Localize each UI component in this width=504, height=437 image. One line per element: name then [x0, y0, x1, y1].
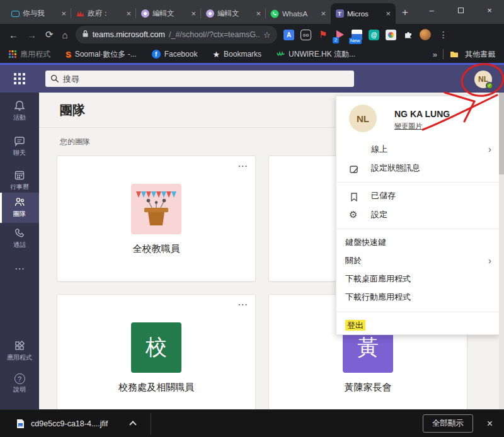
- download-item[interactable]: cd9e5cc9-ca18-4....jfif: [16, 419, 135, 429]
- menu-avatar: NL: [349, 105, 377, 132]
- divider: [443, 49, 444, 59]
- sidebar-more-icon[interactable]: ⋯: [0, 263, 39, 275]
- sidebar-item-calendar[interactable]: 行事曆: [0, 169, 39, 191]
- show-all-button[interactable]: 全部顯示: [423, 414, 473, 433]
- sidebar-item-apps[interactable]: 應用程式: [0, 339, 39, 362]
- teams-top-bar: NL ✓: [0, 65, 504, 93]
- browser-tab-edit-doc-1[interactable]: 編輯文 ×: [136, 3, 201, 24]
- sidebar-item-help[interactable]: ? 說明: [0, 373, 39, 394]
- minimize-button[interactable]: –: [417, 0, 446, 20]
- download-bar-close-icon[interactable]: ×: [487, 418, 493, 429]
- puzzle-extensions-icon[interactable]: [403, 29, 414, 40]
- chevron-up-icon[interactable]: [130, 421, 137, 428]
- bookmark-apps[interactable]: 應用程式: [9, 49, 50, 60]
- tab-title: Micros: [347, 10, 382, 18]
- profile-avatar[interactable]: NL ✓: [474, 71, 492, 88]
- forward-icon[interactable]: →: [27, 30, 37, 40]
- back-icon[interactable]: ←: [9, 30, 18, 40]
- home-icon[interactable]: ⌂: [62, 30, 68, 40]
- chat-icon: [13, 135, 26, 147]
- tab-close-icon[interactable]: ×: [255, 9, 261, 18]
- arrow-extension-icon[interactable]: 2: [335, 29, 346, 40]
- menu-item-shortcuts[interactable]: 鍵盤快速鍵: [336, 234, 499, 251]
- tab-title: 編輯文: [152, 9, 187, 18]
- menu-item-about[interactable]: 關於 ›: [336, 252, 499, 270]
- chrome-profile-avatar[interactable]: [420, 29, 431, 40]
- sidebar-item-teams[interactable]: 團隊: [0, 196, 39, 219]
- menu-item-settings[interactable]: ⚙ 設定: [336, 206, 499, 224]
- menu-item-sign-out[interactable]: 登出: [336, 317, 499, 334]
- soomal-icon: S: [66, 50, 71, 59]
- window-close-button[interactable]: ×: [475, 0, 504, 20]
- browser-toolbar: ← → ⟳ ⌂ teams.microsoft.com /_#/school//…: [0, 24, 504, 45]
- card-more-icon[interactable]: ⋯: [238, 298, 248, 310]
- maximize-icon: [458, 8, 464, 13]
- chrome-menu-icon[interactable]: ⋮: [439, 30, 448, 40]
- menu-item-set-status[interactable]: 設定狀態訊息: [336, 159, 499, 177]
- sidebar-item-activity[interactable]: 活動: [0, 99, 39, 122]
- bookmark-bookmarks[interactable]: ★ Bookmarks: [212, 50, 261, 59]
- team-card-name: 黃陳家長會: [269, 382, 467, 394]
- browser-tab-gov[interactable]: 政府： ×: [71, 3, 136, 24]
- bookmark-label: Facebook: [164, 50, 198, 59]
- menu-item-download-mobile[interactable]: 下載行動應用程式: [336, 288, 499, 306]
- flag-extension-icon[interactable]: ⚑: [318, 29, 329, 40]
- browser-tab-bilibili[interactable]: 你与我 ×: [6, 3, 71, 24]
- browser-tab-edit-doc-2[interactable]: 編輯文 ×: [201, 3, 266, 24]
- divider: [151, 413, 151, 434]
- tab-close-icon[interactable]: ×: [320, 9, 326, 18]
- gear-icon: ⚙: [349, 210, 357, 220]
- phone-icon: [13, 227, 26, 239]
- bookmark-label: UNWIRE.HK 流動...: [289, 49, 355, 60]
- teams-search-box[interactable]: [45, 71, 354, 87]
- wave-extension-icon[interactable]: New: [352, 29, 363, 40]
- browser-tab-whatsapp[interactable]: WhatsA ×: [266, 3, 331, 24]
- bookmark-facebook[interactable]: f Facebook: [152, 50, 198, 59]
- sidebar-item-chat[interactable]: 聊天: [0, 135, 39, 157]
- teams-rail: 活動 聊天 行事曆 團隊 通話 ⋯ 應用程式 ? 說明: [0, 93, 39, 409]
- presence-check-icon: ✓: [486, 82, 493, 89]
- tab-strip: 你与我 × 政府： × 編輯文 × 編輯文 × WhatsA ×: [0, 0, 504, 24]
- folder-icon: [450, 50, 459, 58]
- teams-icon: T: [335, 9, 344, 18]
- address-bar[interactable]: teams.microsoft.com /_#/school//?ctx=tea…: [76, 26, 277, 43]
- scrollbar-thumb[interactable]: [499, 93, 504, 174]
- menu-item-saved[interactable]: 已儲存: [336, 187, 499, 205]
- help-icon: ?: [14, 373, 25, 384]
- tab-close-icon[interactable]: ×: [385, 9, 391, 18]
- new-tab-button[interactable]: +: [402, 6, 408, 19]
- waffle-icon[interactable]: [14, 73, 25, 87]
- menu-item-download-desktop[interactable]: 下載桌面應用程式: [336, 270, 499, 288]
- divider: [336, 229, 499, 229]
- maximize-button[interactable]: [446, 0, 475, 20]
- bookmarks-overflow-icon[interactable]: »: [433, 50, 437, 59]
- tab-close-icon[interactable]: ×: [60, 9, 67, 18]
- oo-extension-icon[interactable]: oo: [301, 29, 312, 40]
- bookmark-soomal[interactable]: S Soomal·數位多 -...: [66, 49, 137, 60]
- page-title: 團隊: [60, 102, 85, 119]
- search-input[interactable]: [63, 74, 349, 84]
- card-more-icon[interactable]: ⋯: [238, 160, 248, 172]
- translate-extension-icon[interactable]: A: [284, 29, 295, 40]
- bookmark-unwire[interactable]: UNWIRE.HK 流動...: [277, 49, 355, 60]
- other-bookmarks-label[interactable]: 其他書籤: [465, 49, 495, 60]
- reload-icon[interactable]: ⟳: [45, 29, 54, 40]
- cast-extension-icon[interactable]: [386, 29, 397, 40]
- team-card-staff[interactable]: ⋯ 全校教職員: [57, 156, 256, 281]
- menu-item-presence[interactable]: 線上 ›: [336, 140, 499, 158]
- tab-title: 政府：: [88, 9, 122, 18]
- sign-out-highlight[interactable]: 登出: [345, 320, 365, 331]
- divider: [336, 312, 499, 312]
- extension-badge: 2: [333, 37, 339, 43]
- bookmark-star-icon[interactable]: ☆: [263, 30, 271, 40]
- bookmark-label: 應用程式: [20, 49, 50, 60]
- team-card-office[interactable]: ⋯ 校 校務處及相關職員: [57, 294, 256, 409]
- sidebar-item-calls[interactable]: 通話: [0, 227, 39, 249]
- tab-close-icon[interactable]: ×: [190, 9, 197, 18]
- tab-close-icon[interactable]: ×: [125, 9, 132, 18]
- search-icon: [50, 74, 59, 83]
- browser-tab-teams-active[interactable]: T Micros ×: [331, 3, 396, 24]
- scrollbar[interactable]: [499, 93, 504, 409]
- change-picture-link[interactable]: 變更圖片: [394, 122, 422, 131]
- spiral-extension-icon[interactable]: @: [369, 29, 380, 40]
